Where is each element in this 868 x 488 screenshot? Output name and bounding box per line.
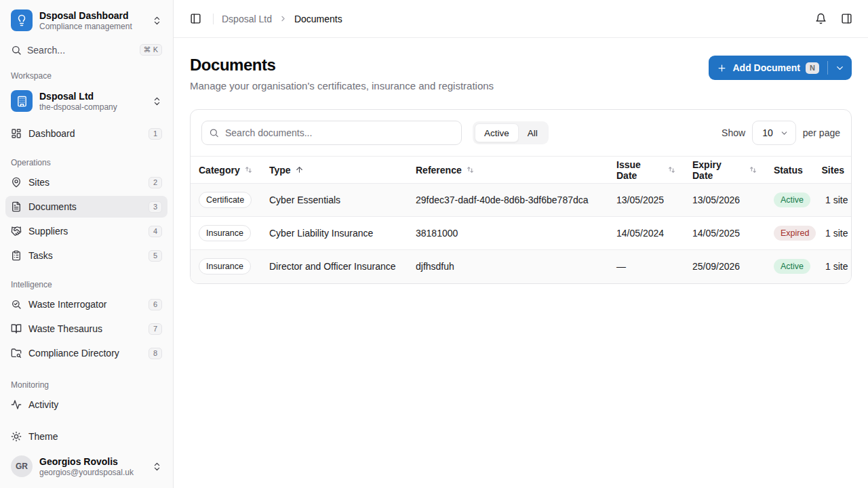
search-icon xyxy=(209,128,219,138)
sidebar-section-monitoring: Monitoring xyxy=(5,367,167,394)
sidebar-toggle-button[interactable] xyxy=(186,9,205,28)
topbar-divider xyxy=(213,14,214,24)
type-cell: Cyber Liability Insurance xyxy=(261,217,408,250)
issue-date-cell: 14/05/2024 xyxy=(608,217,684,250)
book-open-icon xyxy=(11,323,22,334)
reference-cell: 29fdec37-dadf-40de-8d6b-3df6be787dca xyxy=(408,184,608,217)
activity-icon xyxy=(11,399,22,410)
tab-active[interactable]: Active xyxy=(475,123,519,142)
show-label: Show xyxy=(722,127,745,138)
sidebar-item-waste-thesaurus[interactable]: Waste Thesaurus 7 xyxy=(5,318,167,340)
sidebar-item-documents[interactable]: Documents 3 xyxy=(5,196,167,218)
sort-both-icon xyxy=(667,165,676,174)
topbar: Dsposal Ltd Documents xyxy=(174,0,868,38)
sidebar-section-workspace: Workspace xyxy=(5,60,167,85)
theme-label: Theme xyxy=(28,431,162,442)
brand-menu[interactable]: Dsposal Dashboard Compliance management xyxy=(5,5,167,35)
column-label: Expiry Date xyxy=(692,159,745,181)
column-label: Type xyxy=(269,165,291,176)
add-document-dropdown-toggle[interactable] xyxy=(828,56,852,80)
column-header-reference[interactable]: Reference xyxy=(408,157,608,184)
right-panel-toggle-button[interactable] xyxy=(837,9,856,28)
reference-cell: djfhsdfuh xyxy=(408,250,608,283)
add-document-main[interactable]: Add Document N xyxy=(709,56,827,80)
sidebar-search-label: Search... xyxy=(27,45,134,56)
shortcut-badge: 1 xyxy=(149,128,162,140)
column-header-category[interactable]: Category xyxy=(191,157,261,184)
sites-cell: 1 site xyxy=(817,184,852,217)
notifications-button[interactable] xyxy=(811,9,830,28)
category-badge: Certificate xyxy=(199,192,252,208)
user-menu[interactable]: GR Georgios Rovolis georgios@yourdsposal… xyxy=(5,450,167,483)
documents-card: Active All Show 10 per page xyxy=(190,109,852,284)
theme-toggle[interactable]: Theme xyxy=(5,426,167,447)
sidebar-item-label: Compliance Directory xyxy=(28,348,142,359)
column-label: Reference xyxy=(416,165,462,176)
column-label: Status xyxy=(774,165,803,176)
page-size-value: 10 xyxy=(762,127,773,138)
page-size-select[interactable]: 10 xyxy=(752,121,796,145)
sidebar-item-label: Documents xyxy=(28,201,142,212)
status-filter-tabs: Active All xyxy=(473,121,549,144)
documents-table: Category Type Reference Issue Date Expir… xyxy=(191,156,852,283)
page-title-block: Documents Manage your organisation's cer… xyxy=(190,56,494,92)
table-row[interactable]: Certificate Cyber Essentials 29fdec37-da… xyxy=(191,184,852,217)
user-email: georgios@yourdsposal.uk xyxy=(39,468,145,477)
lightbulb-logo-icon xyxy=(11,9,33,31)
column-label: Category xyxy=(199,165,240,176)
add-document-button[interactable]: Add Document N xyxy=(709,56,852,80)
sidebar-item-suppliers[interactable]: Suppliers 4 xyxy=(5,220,167,242)
sidebar-item-sites[interactable]: Sites 2 xyxy=(5,171,167,193)
brand-text: Dsposal Dashboard Compliance management xyxy=(39,10,145,31)
type-cell: Director and Officer Insurance xyxy=(261,250,408,283)
sun-icon xyxy=(11,431,22,442)
documents-search-input[interactable] xyxy=(201,121,462,145)
category-badge: Insurance xyxy=(199,258,251,274)
status-badge: Active xyxy=(774,192,810,207)
sidebar: Dsposal Dashboard Compliance management … xyxy=(0,0,174,488)
workspace-name: Dsposal Ltd xyxy=(39,91,145,102)
sidebar-item-dashboard[interactable]: Dashboard 1 xyxy=(5,123,167,144)
issue-date-cell: 13/05/2025 xyxy=(608,184,684,217)
sort-both-icon xyxy=(244,165,253,174)
avatar: GR xyxy=(11,455,33,477)
column-header-expiry-date[interactable]: Expiry Date xyxy=(684,157,766,184)
shortcut-badge: 6 xyxy=(149,299,162,310)
breadcrumb: Dsposal Ltd Documents xyxy=(222,14,342,24)
bell-icon xyxy=(815,13,827,24)
sort-ascending-icon xyxy=(295,165,304,174)
map-pin-icon xyxy=(11,177,22,188)
sidebar-item-label: Suppliers xyxy=(28,226,142,237)
sites-cell: 1 site xyxy=(817,250,852,283)
handshake-icon xyxy=(11,226,22,237)
shortcut-badge: 5 xyxy=(149,250,162,262)
sidebar-item-label: Waste Thesaurus xyxy=(28,323,142,334)
clipboard-list-icon xyxy=(11,250,22,261)
expiry-date-cell: 14/05/2025 xyxy=(684,217,766,250)
table-row[interactable]: Insurance Cyber Liability Insurance 3818… xyxy=(191,217,852,250)
sidebar-nav: Workspace Dsposal Ltd the-dsposal-compan… xyxy=(5,60,167,423)
table-row[interactable]: Insurance Director and Officer Insurance… xyxy=(191,250,852,283)
shortcut-badge: 8 xyxy=(149,348,162,359)
search-check-icon xyxy=(11,299,22,310)
sidebar-item-tasks[interactable]: Tasks 5 xyxy=(5,245,167,266)
shortcut-badge: 3 xyxy=(149,201,162,213)
chevron-down-icon xyxy=(780,129,789,138)
shortcut-badge: 7 xyxy=(149,323,162,335)
breadcrumb-workspace[interactable]: Dsposal Ltd xyxy=(222,14,272,24)
workspace-switcher[interactable]: Dsposal Ltd the-dsposal-company xyxy=(5,85,167,117)
sidebar-section-operations: Operations xyxy=(5,147,167,171)
sidebar-item-label: Dashboard xyxy=(28,128,142,139)
tab-all[interactable]: All xyxy=(519,123,547,142)
file-text-icon xyxy=(11,201,22,212)
sidebar-item-activity[interactable]: Activity xyxy=(5,394,167,415)
sidebar-item-compliance-directory[interactable]: Compliance Directory 8 xyxy=(5,342,167,364)
type-cell: Cyber Essentials xyxy=(261,184,408,217)
search-shortcut-kbd: ⌘ K xyxy=(140,44,162,56)
column-header-issue-date[interactable]: Issue Date xyxy=(608,157,684,184)
main-area: Dsposal Ltd Documents Documents Man xyxy=(174,0,868,488)
sidebar-search[interactable]: Search... ⌘ K xyxy=(5,39,167,60)
sidebar-item-waste-interrogator[interactable]: Waste Interrogator 6 xyxy=(5,293,167,315)
column-header-type[interactable]: Type xyxy=(261,157,408,184)
shortcut-badge: 2 xyxy=(149,177,162,188)
